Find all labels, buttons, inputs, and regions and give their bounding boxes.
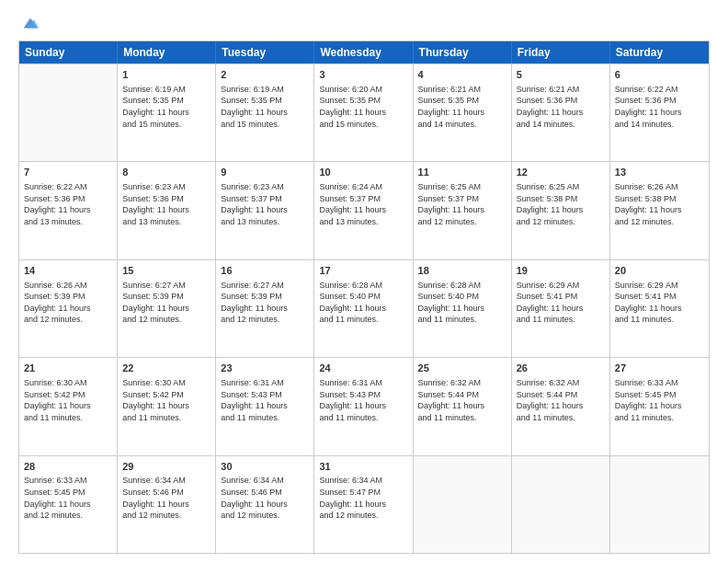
cell-text: Sunrise: 6:23 AM — [122, 181, 210, 193]
day-number: 5 — [517, 68, 605, 82]
week-row-4: 21Sunrise: 6:30 AMSunset: 5:42 PMDayligh… — [19, 357, 709, 454]
cell-text: Daylight: 11 hours — [319, 400, 407, 412]
cal-cell: 15Sunrise: 6:27 AMSunset: 5:39 PMDayligh… — [118, 260, 216, 357]
week-row-1: 1Sunrise: 6:19 AMSunset: 5:35 PMDaylight… — [19, 63, 709, 161]
cell-text: Sunrise: 6:24 AM — [319, 181, 407, 193]
cell-text: and 13 minutes. — [122, 216, 210, 228]
cell-text: and 15 minutes. — [221, 119, 309, 131]
cell-text: Sunset: 5:39 PM — [122, 291, 210, 303]
cell-text: and 13 minutes. — [221, 216, 309, 228]
cell-text: and 12 minutes. — [24, 510, 112, 522]
cell-text: Sunrise: 6:26 AM — [24, 280, 112, 292]
cal-cell: 18Sunrise: 6:28 AMSunset: 5:40 PMDayligh… — [414, 260, 512, 357]
cell-text: Sunrise: 6:20 AM — [319, 84, 407, 96]
header — [18, 17, 710, 33]
cell-text: Sunrise: 6:26 AM — [615, 181, 704, 193]
cell-text: and 15 minutes. — [319, 119, 407, 131]
cell-text: and 14 minutes. — [418, 119, 506, 131]
cell-text: Sunset: 5:43 PM — [319, 389, 407, 401]
day-number: 26 — [517, 362, 605, 375]
cell-text: Sunset: 5:45 PM — [615, 389, 704, 401]
cell-text: Sunset: 5:41 PM — [615, 291, 704, 303]
cell-text: Daylight: 11 hours — [615, 107, 704, 119]
cell-text: Sunrise: 6:32 AM — [517, 377, 605, 389]
cell-text: and 12 minutes. — [221, 314, 309, 326]
cell-text: Daylight: 11 hours — [517, 303, 605, 315]
cell-text: Sunset: 5:47 PM — [319, 487, 407, 499]
cell-text: Sunrise: 6:33 AM — [615, 377, 704, 389]
cal-cell: 16Sunrise: 6:27 AMSunset: 5:39 PMDayligh… — [216, 260, 314, 357]
cell-text: Daylight: 11 hours — [221, 499, 309, 511]
day-number: 28 — [24, 460, 112, 474]
cal-cell: 27Sunrise: 6:33 AMSunset: 5:45 PMDayligh… — [610, 358, 709, 454]
cell-text: Sunset: 5:42 PM — [24, 389, 112, 401]
day-number: 21 — [24, 362, 112, 375]
day-header-tuesday: Tuesday — [216, 41, 314, 63]
cell-text: Sunrise: 6:29 AM — [615, 280, 704, 292]
cell-text: and 14 minutes. — [517, 119, 605, 131]
cell-text: Daylight: 11 hours — [221, 400, 309, 412]
cal-cell: 20Sunrise: 6:29 AMSunset: 5:41 PMDayligh… — [610, 260, 709, 357]
cell-text: Daylight: 11 hours — [517, 204, 605, 216]
cell-text: Daylight: 11 hours — [319, 204, 407, 216]
cell-text: and 11 minutes. — [221, 412, 309, 424]
cal-cell: 5Sunrise: 6:21 AMSunset: 5:36 PMDaylight… — [512, 64, 610, 161]
cell-text: and 11 minutes. — [418, 314, 506, 326]
cell-text: Daylight: 11 hours — [24, 499, 112, 511]
cal-cell — [610, 456, 709, 553]
cell-text: Sunset: 5:38 PM — [615, 193, 704, 205]
cell-text: Sunrise: 6:29 AM — [517, 280, 605, 292]
day-number: 17 — [319, 264, 407, 278]
day-number: 27 — [615, 362, 704, 375]
day-number: 7 — [24, 166, 112, 179]
cell-text: Sunset: 5:46 PM — [122, 487, 210, 499]
day-header-wednesday: Wednesday — [314, 41, 413, 63]
cal-cell — [414, 456, 512, 553]
week-row-2: 7Sunrise: 6:22 AMSunset: 5:36 PMDaylight… — [19, 161, 709, 259]
day-number: 30 — [221, 460, 309, 474]
cell-text: Sunrise: 6:28 AM — [319, 280, 407, 292]
cell-text: Daylight: 11 hours — [615, 303, 704, 315]
cell-text: and 11 minutes. — [517, 314, 605, 326]
cell-text: and 11 minutes. — [615, 314, 704, 326]
cal-cell: 22Sunrise: 6:30 AMSunset: 5:42 PMDayligh… — [118, 358, 216, 454]
cal-cell: 11Sunrise: 6:25 AMSunset: 5:37 PMDayligh… — [414, 162, 512, 259]
cell-text: Sunset: 5:35 PM — [319, 95, 407, 107]
day-number: 29 — [122, 460, 210, 474]
cell-text: Sunset: 5:40 PM — [418, 291, 506, 303]
calendar-body: 1Sunrise: 6:19 AMSunset: 5:35 PMDaylight… — [19, 63, 709, 553]
cal-cell: 23Sunrise: 6:31 AMSunset: 5:43 PMDayligh… — [216, 358, 314, 454]
cell-text: Sunrise: 6:19 AM — [221, 84, 309, 96]
cell-text: and 11 minutes. — [517, 412, 605, 424]
cal-cell: 21Sunrise: 6:30 AMSunset: 5:42 PMDayligh… — [19, 358, 118, 454]
cell-text: and 11 minutes. — [24, 412, 112, 424]
cell-text: Sunrise: 6:21 AM — [418, 84, 506, 96]
cell-text: Sunset: 5:36 PM — [122, 193, 210, 205]
cell-text: and 11 minutes. — [319, 314, 407, 326]
cell-text: Daylight: 11 hours — [122, 303, 210, 315]
cell-text: Sunrise: 6:31 AM — [221, 377, 309, 389]
day-number: 6 — [615, 68, 704, 82]
cell-text: Sunset: 5:36 PM — [24, 193, 112, 205]
cell-text: Daylight: 11 hours — [615, 400, 704, 412]
cell-text: Sunset: 5:44 PM — [418, 389, 506, 401]
cell-text: Daylight: 11 hours — [418, 400, 506, 412]
cell-text: Sunrise: 6:30 AM — [24, 377, 112, 389]
cell-text: Sunset: 5:41 PM — [517, 291, 605, 303]
week-row-3: 14Sunrise: 6:26 AMSunset: 5:39 PMDayligh… — [19, 259, 709, 357]
cal-cell: 1Sunrise: 6:19 AMSunset: 5:35 PMDaylight… — [118, 64, 216, 161]
cell-text: Sunset: 5:35 PM — [122, 95, 210, 107]
logo-icon — [20, 13, 40, 33]
cal-cell: 30Sunrise: 6:34 AMSunset: 5:46 PMDayligh… — [216, 456, 314, 553]
cell-text: Daylight: 11 hours — [319, 303, 407, 315]
cell-text: and 12 minutes. — [517, 216, 605, 228]
cell-text: Sunrise: 6:25 AM — [517, 181, 605, 193]
cell-text: Daylight: 11 hours — [517, 400, 605, 412]
cell-text: and 11 minutes. — [319, 412, 407, 424]
cell-text: and 12 minutes. — [122, 314, 210, 326]
cal-cell: 28Sunrise: 6:33 AMSunset: 5:45 PMDayligh… — [19, 456, 118, 553]
day-header-saturday: Saturday — [610, 41, 709, 63]
day-header-sunday: Sunday — [19, 41, 118, 63]
day-header-friday: Friday — [512, 41, 610, 63]
cell-text: and 12 minutes. — [122, 510, 210, 522]
